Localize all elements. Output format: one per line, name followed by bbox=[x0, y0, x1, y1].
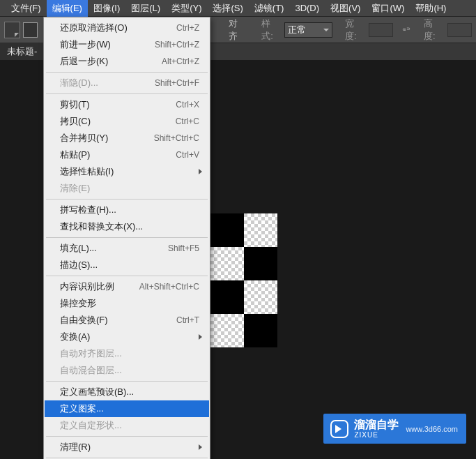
menu-item-7[interactable]: 拷贝(C)Ctrl+C bbox=[45, 113, 209, 130]
menu-item-label: 定义自定形状... bbox=[60, 419, 122, 432]
menu-item-11: 清除(E) bbox=[45, 180, 209, 197]
menu-item-label: 前进一步(W) bbox=[60, 38, 111, 51]
menu-item-17[interactable]: 描边(S)... bbox=[45, 257, 209, 273]
menu-item-13[interactable]: 拼写检查(H)... bbox=[45, 202, 209, 218]
menu-item-21[interactable]: 自由变换(F)Ctrl+T bbox=[45, 312, 209, 329]
menu-separator bbox=[46, 72, 208, 73]
align-label: 对齐 bbox=[229, 17, 246, 43]
watermark: 溜溜自学 ZIXUE www.3d66.com bbox=[323, 414, 466, 444]
edit-menu-popup: 还原取消选择(O)Ctrl+Z前进一步(W)Shift+Ctrl+Z后退一步(K… bbox=[43, 17, 210, 459]
menu-item-label: 拼写检查(H)... bbox=[60, 204, 116, 216]
menu-file[interactable]: 文件(F) bbox=[6, 0, 47, 17]
menu-separator bbox=[46, 199, 208, 200]
menu-item-10[interactable]: 选择性粘贴(I) bbox=[45, 163, 209, 180]
menu-item-label: 清除(E) bbox=[60, 182, 90, 195]
menu-item-label: 剪切(T) bbox=[60, 98, 90, 111]
menu-item-label: 粘贴(P) bbox=[60, 149, 90, 161]
menu-item-19[interactable]: 内容识别比例Alt+Shift+Ctrl+C bbox=[45, 278, 209, 295]
watermark-name: 溜溜自学 bbox=[354, 419, 399, 431]
menu-item-24: 自动混合图层... bbox=[45, 362, 209, 379]
menu-shortcut: Shift+F5 bbox=[168, 243, 199, 253]
menu-item-label: 还原取消选择(O) bbox=[60, 22, 128, 34]
menu-item-8[interactable]: 合并拷贝(Y)Shift+Ctrl+C bbox=[45, 130, 209, 146]
menu-item-23: 自动对齐图层... bbox=[45, 345, 209, 362]
menu-shortcut: Shift+Ctrl+C bbox=[154, 133, 199, 143]
menu-item-label: 后退一步(K) bbox=[60, 55, 108, 68]
link-icon[interactable] bbox=[401, 25, 411, 35]
menubar: 文件(F) 编辑(E) 图像(I) 图层(L) 类型(Y) 选择(S) 滤镜(T… bbox=[0, 0, 476, 17]
menu-item-label: 操控变形 bbox=[60, 297, 96, 310]
menu-shortcut: Shift+Ctrl+Z bbox=[155, 40, 199, 50]
tool-preset-picker[interactable] bbox=[4, 22, 20, 38]
menu-item-0[interactable]: 还原取消选择(O)Ctrl+Z bbox=[45, 20, 209, 36]
height-field[interactable] bbox=[447, 23, 472, 37]
watermark-sub: ZIXUE bbox=[354, 431, 399, 439]
menu-layer[interactable]: 图层(L) bbox=[125, 0, 166, 17]
menu-item-label: 变换(A) bbox=[60, 331, 90, 343]
menu-item-27[interactable]: 定义图案... bbox=[45, 400, 209, 417]
menu-3d[interactable]: 3D(D) bbox=[289, 1, 325, 15]
menu-item-20[interactable]: 操控变形 bbox=[45, 295, 209, 312]
menu-separator bbox=[46, 276, 208, 276]
menu-item-label: 自由变换(F) bbox=[60, 314, 108, 326]
menu-help[interactable]: 帮助(H) bbox=[410, 0, 452, 17]
height-label: 高度: bbox=[424, 17, 443, 43]
menu-separator bbox=[46, 93, 208, 94]
style-select[interactable]: 正常 bbox=[284, 22, 332, 38]
menu-item-label: 内容识别比例 bbox=[60, 280, 114, 293]
marquee-tool-icon[interactable] bbox=[23, 22, 38, 38]
menu-item-label: 自动对齐图层... bbox=[60, 347, 122, 360]
menu-filter[interactable]: 滤镜(T) bbox=[249, 0, 290, 17]
menu-type[interactable]: 类型(Y) bbox=[166, 0, 207, 17]
menu-edit[interactable]: 编辑(E) bbox=[47, 0, 88, 17]
menu-shortcut: Ctrl+V bbox=[176, 150, 199, 160]
menu-item-26[interactable]: 定义画笔预设(B)... bbox=[45, 384, 209, 400]
menu-view[interactable]: 视图(V) bbox=[325, 0, 366, 17]
menu-separator bbox=[46, 458, 208, 458]
canvas-content bbox=[210, 213, 277, 347]
menu-item-label: 清理(R) bbox=[60, 441, 91, 453]
menu-item-28: 定义自定形状... bbox=[45, 417, 209, 434]
menu-item-9[interactable]: 粘贴(P)Ctrl+V bbox=[45, 146, 209, 163]
menu-item-16[interactable]: 填充(L)...Shift+F5 bbox=[45, 240, 209, 257]
menu-item-label: 拷贝(C) bbox=[60, 115, 91, 128]
menu-select[interactable]: 选择(S) bbox=[207, 0, 248, 17]
menu-item-label: 自动混合图层... bbox=[60, 364, 122, 377]
watermark-site: www.3d66.com bbox=[406, 425, 458, 433]
menu-item-label: 渐隐(D)... bbox=[60, 77, 98, 89]
menu-item-1[interactable]: 前进一步(W)Shift+Ctrl+Z bbox=[45, 36, 209, 53]
menu-shortcut: Ctrl+C bbox=[176, 116, 199, 126]
menu-item-label: 合并拷贝(Y) bbox=[60, 132, 108, 144]
menu-image[interactable]: 图像(I) bbox=[88, 0, 125, 17]
menu-separator bbox=[46, 237, 208, 238]
width-field[interactable] bbox=[369, 23, 393, 37]
menu-shortcut: Ctrl+Z bbox=[176, 23, 199, 33]
menu-separator bbox=[46, 381, 208, 382]
menu-separator bbox=[46, 436, 208, 437]
menu-item-label: 选择性粘贴(I) bbox=[60, 165, 114, 178]
menu-shortcut: Ctrl+X bbox=[176, 100, 199, 110]
menu-item-30[interactable]: 清理(R) bbox=[45, 439, 209, 456]
menu-item-label: 填充(L)... bbox=[60, 242, 97, 255]
menu-item-label: 查找和替换文本(X)... bbox=[60, 220, 143, 233]
menu-item-label: 描边(S)... bbox=[60, 259, 98, 271]
menu-item-14[interactable]: 查找和替换文本(X)... bbox=[45, 218, 209, 235]
menu-item-2[interactable]: 后退一步(K)Alt+Ctrl+Z bbox=[45, 53, 209, 70]
play-icon bbox=[330, 420, 348, 438]
menu-shortcut: Alt+Ctrl+Z bbox=[162, 57, 199, 66]
menu-item-22[interactable]: 变换(A) bbox=[45, 329, 209, 345]
width-label: 宽度: bbox=[345, 17, 364, 43]
menu-item-6[interactable]: 剪切(T)Ctrl+X bbox=[45, 96, 209, 113]
menu-item-label: 定义画笔预设(B)... bbox=[60, 386, 134, 398]
style-label: 样式: bbox=[261, 17, 281, 43]
menu-shortcut: Shift+Ctrl+F bbox=[155, 78, 199, 88]
menu-item-4: 渐隐(D)...Shift+Ctrl+F bbox=[45, 75, 209, 91]
menu-window[interactable]: 窗口(W) bbox=[366, 0, 410, 17]
menu-shortcut: Alt+Shift+Ctrl+C bbox=[139, 282, 199, 292]
tab-untitled[interactable]: 未标题- bbox=[0, 43, 44, 61]
menu-item-label: 定义图案... bbox=[60, 402, 104, 415]
menu-shortcut: Ctrl+T bbox=[176, 315, 199, 325]
